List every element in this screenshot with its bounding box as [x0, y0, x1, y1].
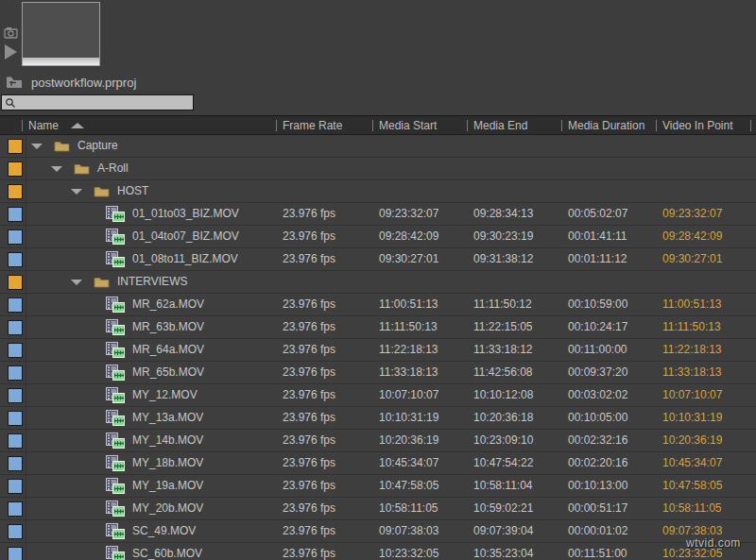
search-box[interactable]: [1, 94, 194, 110]
media-end-value: 10:20:36:18: [467, 407, 533, 429]
video-in-point-value[interactable]: 09:23:32:07: [656, 203, 722, 225]
clip-row[interactable]: MY_13a.MOV 23.976 fps 10:10:31:19 10:20:…: [0, 407, 756, 430]
column-header-video-in-point[interactable]: Video In Point: [656, 116, 756, 135]
clip-name: MY_19a.MOV: [132, 475, 203, 497]
video-in-point-value[interactable]: 11:00:51:13: [656, 294, 722, 315]
av-clip-icon: [106, 478, 125, 494]
clip-name: MR_65b.MOV: [132, 362, 204, 383]
media-end-value: 10:59:02:21: [467, 498, 533, 519]
label-color-swatch[interactable]: [8, 388, 23, 403]
media-start-value: 10:45:34:07: [372, 452, 438, 474]
clip-row[interactable]: SC_49.MOV 23.976 fps 09:07:38:03 09:07:3…: [0, 520, 756, 543]
clip-name: 01_08to11_BIZ.MOV: [132, 248, 238, 270]
video-in-point-value[interactable]: 09:30:27:01: [656, 248, 722, 270]
label-color-swatch[interactable]: [8, 297, 23, 313]
poster-frame-camera-icon[interactable]: [4, 26, 19, 42]
clip-row[interactable]: MY_19a.MOV 23.976 fps 10:47:58:05 10:58:…: [0, 475, 756, 498]
watermark: wtvid.com: [686, 536, 741, 550]
video-in-point-value[interactable]: 10:45:34:07: [656, 452, 722, 474]
label-color-swatch[interactable]: [8, 229, 23, 245]
column-header-frame-rate[interactable]: Frame Rate: [276, 116, 378, 135]
clip-name: MR_64a.MOV: [132, 339, 204, 361]
media-end-value: 11:33:18:12: [467, 339, 533, 361]
video-in-point-value[interactable]: 11:33:18:13: [656, 362, 722, 383]
search-input[interactable]: [17, 95, 193, 111]
play-icon[interactable]: [5, 44, 17, 59]
av-clip-icon: [106, 365, 125, 381]
label-column-cell: [0, 430, 26, 451]
video-in-point-value[interactable]: 09:28:42:09: [656, 226, 722, 247]
search-icon: [5, 97, 17, 110]
media-end-value: 10:47:54:22: [467, 452, 533, 474]
column-header-media-duration[interactable]: Media Duration: [561, 116, 662, 135]
clip-row[interactable]: MR_64a.MOV 23.976 fps 11:22:18:13 11:33:…: [0, 339, 756, 362]
video-in-point-value[interactable]: 10:20:36:19: [656, 430, 722, 451]
video-in-point-value[interactable]: 11:11:50:13: [656, 316, 721, 338]
clip-row[interactable]: 01_08to11_BIZ.MOV 23.976 fps 09:30:27:01…: [0, 248, 756, 271]
av-clip-icon: [106, 297, 125, 313]
label-color-swatch[interactable]: [8, 411, 23, 426]
clip-row[interactable]: MY_12.MOV 23.976 fps 10:07:10:07 10:10:1…: [0, 384, 756, 407]
label-color-swatch[interactable]: [8, 161, 23, 177]
sort-ascending-icon: [71, 123, 84, 128]
column-header-media-end[interactable]: Media End: [467, 116, 567, 135]
label-color-swatch[interactable]: [8, 252, 23, 267]
label-color-swatch[interactable]: [8, 524, 23, 539]
clip-preview-thumbnail[interactable]: [22, 2, 100, 66]
clip-row[interactable]: MY_14b.MOV 23.976 fps 10:20:36:19 10:23:…: [0, 430, 756, 452]
disclosure-triangle-icon[interactable]: [31, 144, 43, 149]
parent-bin-icon[interactable]: [6, 76, 23, 92]
thumbnail-filmstrip-strip: [23, 58, 99, 65]
label-column-cell: [0, 407, 26, 429]
label-color-swatch[interactable]: [8, 139, 23, 154]
clip-row[interactable]: MY_18b.MOV 23.976 fps 10:45:34:07 10:47:…: [0, 452, 756, 475]
bin-row[interactable]: HOST: [0, 180, 756, 203]
video-in-point-value[interactable]: 10:47:58:05: [656, 475, 722, 497]
label-color-swatch[interactable]: [8, 433, 23, 449]
disclosure-triangle-icon[interactable]: [71, 189, 82, 195]
label-column-cell: [0, 316, 26, 338]
video-in-point-value[interactable]: 10:58:11:05: [656, 498, 722, 519]
label-color-swatch[interactable]: [8, 207, 23, 222]
column-header-media-start[interactable]: Media Start: [372, 116, 472, 135]
column-header-name[interactable]: Name: [22, 116, 282, 135]
clip-row[interactable]: 01_04to07_BIZ.MOV 23.976 fps 09:28:42:09…: [0, 226, 756, 248]
video-in-point-value[interactable]: 10:10:31:19: [656, 407, 722, 429]
bin-row[interactable]: A-Roll: [0, 158, 756, 180]
clip-row[interactable]: MR_62a.MOV 23.976 fps 11:00:51:13 11:11:…: [0, 294, 756, 316]
label-column-cell: [0, 339, 26, 361]
clip-name: MY_18b.MOV: [132, 452, 203, 474]
av-clip-icon: [106, 251, 125, 267]
clip-name: MY_12.MOV: [132, 384, 198, 406]
clip-name: MY_20b.MOV: [132, 498, 203, 519]
video-in-point-value[interactable]: 11:22:18:13: [656, 339, 722, 361]
frame-rate-value: 23.976 fps: [276, 248, 335, 270]
label-color-swatch[interactable]: [8, 184, 23, 199]
label-color-swatch[interactable]: [8, 547, 23, 560]
clip-row[interactable]: MR_63b.MOV 23.976 fps 11:11:50:13 11:22:…: [0, 316, 756, 339]
media-start-value: 11:11:50:13: [372, 316, 438, 338]
media-start-value: 10:47:58:05: [372, 475, 438, 497]
av-clip-icon: [106, 523, 125, 539]
clip-row[interactable]: 01_01to03_BIZ.MOV 23.976 fps 09:23:32:07…: [0, 203, 756, 226]
label-color-swatch[interactable]: [8, 275, 23, 290]
label-color-swatch[interactable]: [8, 479, 23, 494]
frame-rate-value: 23.976 fps: [276, 203, 335, 225]
label-color-swatch[interactable]: [8, 320, 23, 335]
disclosure-triangle-icon[interactable]: [51, 166, 62, 172]
video-in-point-value[interactable]: 10:07:10:07: [656, 384, 722, 406]
disclosure-triangle-icon[interactable]: [71, 280, 82, 285]
bin-folder-icon: [94, 185, 110, 197]
clip-row[interactable]: SC_60b.MOV 23.976 fps 10:23:32:05 10:35:…: [0, 543, 756, 560]
label-color-swatch[interactable]: [8, 365, 23, 381]
label-color-swatch[interactable]: [8, 456, 23, 471]
av-clip-icon: [106, 546, 125, 560]
clip-row[interactable]: MR_65b.MOV 23.976 fps 11:33:18:13 11:42:…: [0, 362, 756, 384]
bin-row[interactable]: INTERVIEWS: [0, 271, 756, 294]
bin-row[interactable]: Capture: [0, 135, 756, 158]
clip-row[interactable]: MY_20b.MOV 23.976 fps 10:58:11:05 10:59:…: [0, 498, 756, 520]
label-color-swatch[interactable]: [8, 343, 23, 358]
column-header-video-out-point[interactable]: V: [750, 116, 756, 135]
label-color-swatch[interactable]: [8, 501, 23, 517]
clip-table-body: Capture A-Roll: [0, 135, 756, 560]
